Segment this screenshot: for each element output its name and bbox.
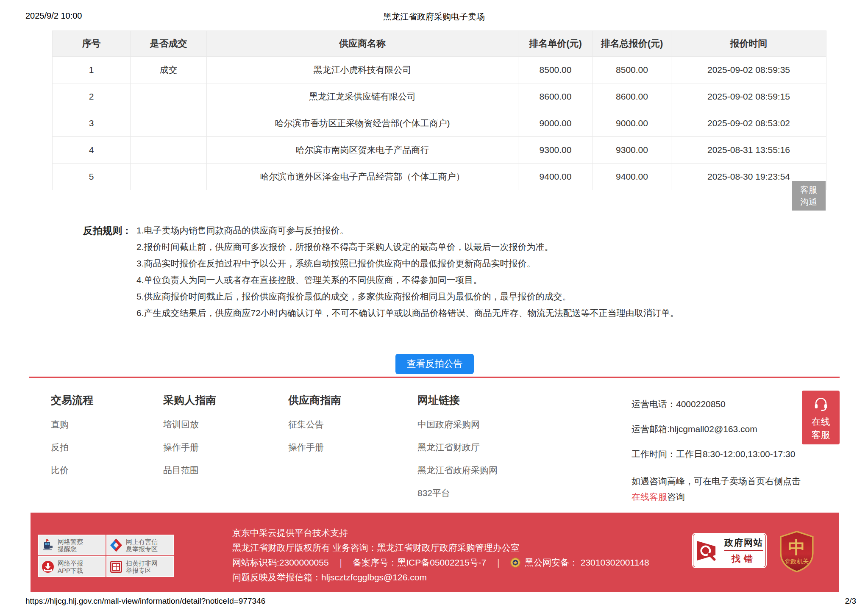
print-page-number: 2/3	[845, 596, 856, 606]
footer-link[interactable]: 832平台	[417, 487, 498, 499]
site-error-label-2: 找错	[724, 553, 763, 565]
gov-site-error-report-badge[interactable]: 政府网站 找错	[692, 533, 767, 568]
headset-icon	[813, 396, 829, 412]
footer-link[interactable]: 品目范围	[163, 464, 216, 476]
footer-link[interactable]: 培训回放	[163, 419, 216, 430]
col-header-unit-price: 排名单价(元)	[518, 31, 593, 57]
cell-seq: 1	[53, 57, 131, 83]
cell-total-price: 9300.00	[593, 137, 671, 164]
anti-pornography-report-badge[interactable]: 扫黄打非网 举报专区	[106, 556, 174, 577]
contact-phone: 运营电话：4000220850	[632, 398, 801, 410]
rule-item: 4.单位负责人为同一人或者存在直接控股、管理关系的不同供应商，不得参加同一项目。	[136, 275, 679, 291]
footer-copyright: 黑龙江省财政厅版权所有 业务咨询：黑龙江省财政厅政府采购管理办公室	[232, 540, 649, 555]
report-badge-grid: 网络警察 提醒您 网上有害信 息举报专区	[38, 535, 174, 577]
harmful-info-report-badge[interactable]: 网上有害信 息举报专区	[106, 535, 174, 555]
col-header-seq: 序号	[53, 31, 131, 57]
badge-label: 网络警察	[58, 538, 83, 545]
footer-col-title: 采购人指南	[163, 393, 216, 407]
cell-supplier: 黑龙江小虎科技有限公司	[207, 57, 518, 83]
public-security-record[interactable]: 黑公网安备： 23010302001148	[525, 557, 649, 568]
cell-total-price: 8600.00	[593, 83, 671, 110]
footer-col-buyer-guide: 采购人指南 培训回放 操作手册 品目范围	[163, 393, 216, 487]
badge-label: 息举报专区	[126, 545, 158, 552]
party-shield-label: 党政机关	[785, 558, 809, 565]
cell-unit-price: 9000.00	[518, 110, 593, 137]
table-header-row: 序号 是否成交 供应商名称 排名单价(元) 排名总报价(元) 报价时间	[53, 31, 826, 57]
rule-item: 3.商品实时报价在反拍过程中予以公开，系统自动按照已报价供应商中的最低报价更新商…	[136, 258, 679, 275]
anti-pornography-seal-icon	[109, 560, 123, 574]
footer-col-supplier-guide: 供应商指南 征集公告 操作手册	[288, 393, 341, 464]
cell-supplier: 黑龙江龙采供应链有限公司	[207, 83, 518, 110]
party-gov-shield-badge[interactable]: 中 党政机关	[778, 530, 815, 573]
cell-seq: 4	[53, 137, 131, 164]
col-header-supplier: 供应商名称	[207, 31, 518, 57]
site-error-label-1: 政府网站	[724, 537, 763, 551]
badge-label: APP下载	[58, 567, 83, 574]
report-app-download-badge[interactable]: 网络举报 APP下载	[38, 556, 106, 577]
footer-link[interactable]: 黑龙江省财政厅	[417, 441, 498, 453]
col-header-quote-time: 报价时间	[671, 31, 826, 57]
customer-chat-float-button[interactable]: 客服 沟通	[792, 181, 826, 211]
badge-label: 网上有害信	[126, 538, 158, 545]
cell-total-price: 9400.00	[593, 164, 671, 190]
footer-mailbox: 问题反映及举报信箱：hljscztzfcgglbgs@126.com	[232, 570, 649, 585]
col-header-total-price: 排名总报价(元)	[593, 31, 671, 57]
footer-col-title: 网址链接	[417, 393, 498, 407]
table-row: 1 成交 黑龙江小虎科技有限公司 8500.00 8500.00 2025-09…	[53, 57, 826, 83]
bid-ranking-table: 序号 是否成交 供应商名称 排名单价(元) 排名总报价(元) 报价时间 1 成交…	[52, 31, 826, 190]
rule-item: 2.报价时间截止前，供应商可多次报价，所报价格不得高于采购人设定的最高单价，以最…	[136, 241, 679, 258]
contact-email-value: hljcgmall02@163.com	[670, 424, 757, 434]
badge-label: 扫黄打非网	[126, 560, 158, 567]
cell-unit-price: 8500.00	[518, 57, 593, 83]
table-row: 3 哈尔滨市香坊区正采物资经营部(个体工商户) 9000.00 9000.00 …	[53, 110, 826, 137]
footer-link[interactable]: 中国政府采购网	[417, 419, 498, 430]
cell-deal	[131, 164, 207, 190]
icp-record[interactable]: 备案序号：黑ICP备05002215号-7	[353, 557, 486, 568]
cell-total-price: 8500.00	[593, 57, 671, 83]
site-footer: 网络警察 提醒您 网上有害信 息举报专区	[31, 513, 839, 592]
contact-hours-value: 工作日8:30-12:00,13:00-17:30	[676, 449, 795, 459]
online-service-float-button[interactable]: 在线 客服	[802, 391, 840, 444]
contact-hours-label: 工作时间：	[632, 449, 676, 459]
contact-note-suffix: 咨询	[667, 492, 685, 502]
contact-phone-value: 4000220850	[676, 399, 726, 409]
footer-link[interactable]: 直购	[51, 419, 93, 430]
badge-label: 举报专区	[126, 567, 158, 574]
rules-list: 1.电子卖场内销售同款商品的供应商可参与反拍报价。 2.报价时间截止前，供应商可…	[136, 225, 679, 324]
cyber-police-badge[interactable]: 网络警察 提醒您	[38, 535, 106, 555]
view-announcement-button[interactable]: 查看反拍公告	[395, 354, 474, 374]
badge-label: 网络举报	[58, 560, 83, 567]
footer-link[interactable]: 比价	[51, 464, 93, 476]
cell-quote-time: 2025-09-02 08:59:15	[671, 83, 826, 110]
cell-supplier: 哈尔滨市道外区泽金电子产品经营部（个体工商户）	[207, 164, 518, 190]
col-header-deal: 是否成交	[131, 31, 207, 57]
print-page: 2025/9/2 10:00 黑龙江省政府采购电子卖场 序号 是否成交 供应商名…	[0, 0, 868, 613]
contact-hours: 工作时间：工作日8:30-12:00,13:00-17:30	[632, 448, 801, 460]
footer-link[interactable]: 操作手册	[163, 441, 216, 453]
footer-link[interactable]: 黑龙江省政府采购网	[417, 464, 498, 476]
footer-link[interactable]: 操作手册	[288, 441, 341, 453]
party-gov-shield-icon: 中 党政机关	[778, 530, 815, 573]
footer-col-trade-process: 交易流程 直购 反拍 比价	[51, 393, 93, 487]
contact-note-2: 在线客服咨询	[632, 489, 801, 505]
footer-link[interactable]: 反拍	[51, 441, 93, 453]
cell-unit-price: 8600.00	[518, 83, 593, 110]
rules-label: 反拍规则：	[83, 224, 132, 237]
site-code: 网站标识码:2300000055	[232, 557, 329, 568]
cell-quote-time: 2025-09-02 08:59:35	[671, 57, 826, 83]
badge-label: 提醒您	[58, 545, 83, 552]
cell-seq: 5	[53, 164, 131, 190]
table-row: 5 哈尔滨市道外区泽金电子产品经营部（个体工商户） 9400.00 9400.0…	[53, 164, 826, 190]
online-service-link[interactable]: 在线客服	[632, 492, 667, 502]
footer-col-title: 供应商指南	[288, 393, 341, 407]
footer-col-title: 交易流程	[51, 393, 93, 407]
rule-item: 1.电子卖场内销售同款商品的供应商可参与反拍报价。	[136, 225, 679, 241]
footer-link[interactable]: 征集公告	[288, 419, 341, 430]
separator: ｜	[494, 557, 503, 568]
cell-deal: 成交	[131, 57, 207, 83]
svg-text:中: 中	[788, 537, 806, 558]
cell-total-price: 9000.00	[593, 110, 671, 137]
chat-float-label-1: 客服	[800, 184, 817, 196]
cell-unit-price: 9400.00	[518, 164, 593, 190]
chat-float-label-2: 沟通	[800, 196, 817, 208]
